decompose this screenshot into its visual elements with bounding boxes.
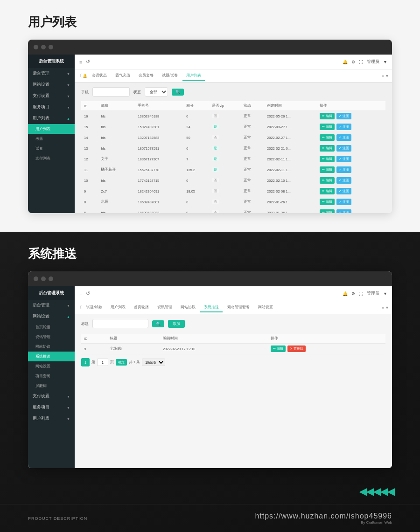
tab-member-status[interactable]: 会员状态 [88,71,111,81]
sidebar2-item-payment[interactable]: 支付设置 ▼ [28,391,75,402]
browser-dot-2 [41,45,46,49]
sidebar2-subitem-carousel[interactable]: 首页轮播 [28,322,75,332]
delete-btn[interactable]: ✓ 注图 [336,166,351,173]
content-area-1: 手机 状态 全部 正常 🔍 ID [75,83,392,213]
tab2-exam[interactable]: 试题/试卷 [83,303,106,312]
edit-btn[interactable]: ✏ 编辑 [320,134,335,141]
tab-collapse[interactable]: ▼ [385,74,389,78]
sidebar2-subitem-packages[interactable]: 项目套餐 [28,371,75,381]
page-input-2[interactable] [97,359,108,366]
arrow-icon-2: ▼ [67,83,70,87]
search-button-1[interactable]: 🔍 [172,89,184,96]
table-row: 8 北辰 18602437001 0 否 正常 2022-01-26 1... … [81,197,385,207]
delete-btn[interactable]: ✓ 注图 [336,177,351,184]
edit-btn[interactable]: ✏ 编辑 [320,199,335,205]
sidebar-item-backend-management[interactable]: 后台管理 ▼ [28,68,75,79]
sidebar-subitem-user-list[interactable]: 用户列表 [28,124,75,134]
edit-btn[interactable]: ✏ 编辑 [320,156,335,162]
sidebar-subitem-exam-questions[interactable]: 考题 [28,134,75,144]
cell-id: 9 [81,186,98,197]
sidebar-item-website-settings[interactable]: 网站设置 ▼ [28,79,75,90]
cell-id: 14 [81,132,98,143]
refresh-icon[interactable]: ↺ [86,59,90,65]
edit-btn[interactable]: ✏ 编辑 [320,166,335,173]
edit-btn[interactable]: ✏ 编辑 [320,209,335,213]
sidebar2-item-users[interactable]: 用户列表 ▼ [28,413,75,424]
page2-jump-label: 第 [91,360,95,365]
edit-btn[interactable]: ✏ 编辑 [320,145,335,152]
table-row: 15 hls 15927492301 24 是 正常 2022-03-27 1.… [81,122,385,132]
status-filter-label: 状态 [133,90,141,95]
sidebar-item-services[interactable]: 服务项目 ▼ [28,102,75,113]
tab-collapse-2[interactable]: ▼ [385,305,389,310]
tab2-news[interactable]: 资讯管理 [154,303,176,312]
tab2-material[interactable]: 素材管理套餐 [224,303,253,312]
edit-btn[interactable]: ✏ 编辑 [320,188,335,194]
page2-1-btn[interactable]: 1 [81,358,90,366]
cell-score: 6 [183,143,209,154]
tab-member-package[interactable]: 会员套餐 [135,71,157,81]
sidebar-item-user-list-parent[interactable]: 用户列表 ▲ [28,113,75,124]
cell-vip: 否 [209,186,240,197]
sidebar2-item-backend[interactable]: 后台管理 ▼ [28,300,75,311]
tab2-carousel[interactable]: 首页轮播 [130,303,153,312]
edit-btn-2[interactable]: ✏ 编辑 [271,345,286,352]
page-confirm-btn-2[interactable]: 确定 [116,359,127,366]
delete-btn[interactable]: ✓ 注图 [336,188,351,194]
tab-prev[interactable]: 《 [77,73,82,79]
cell-vip: 是 [209,143,240,154]
cell-phone: 15575187778 [135,165,183,175]
search-button-2[interactable]: 🔍 [152,320,164,327]
cell-vip: 否 [209,132,240,143]
delete-btn[interactable]: ✓ 注图 [336,113,351,119]
tab-exam[interactable]: 试题/试卷 [158,71,182,81]
menu-icon[interactable]: ≡ [79,59,82,65]
delete-btn[interactable]: ✓ 注图 [336,124,351,130]
cell-score: 0 [183,111,209,122]
cell-status: 正常 [241,197,264,207]
edit-btn[interactable]: ✏ 编辑 [320,124,335,130]
refresh-icon-2[interactable]: ↺ [86,290,90,297]
tab-prev-2[interactable]: 《 [77,304,82,311]
delete-btn[interactable]: ✓ 注图 [336,209,351,213]
sidebar-subitem-payment-list[interactable]: 支付列表 [28,153,75,163]
delete-btn[interactable]: ✓ 注图 [336,156,351,162]
tab-user-list[interactable]: 用户列表 [182,71,205,81]
edit-btn[interactable]: ✏ 编辑 [320,177,335,184]
sidebar-subitem-exam-papers[interactable]: 试卷 [28,144,75,153]
cell-vip: 是 [209,165,240,175]
delete-btn[interactable]: ✓ 注图 [336,199,351,205]
sidebar2-item-services[interactable]: 服务项目 ▼ [28,402,75,413]
tab-next-2[interactable]: » [382,305,384,310]
status-select[interactable]: 全部 正常 [145,87,168,97]
menu-icon-2[interactable]: ≡ [79,291,82,297]
sidebar-item-payment-settings[interactable]: 支付设置 ▼ [28,90,75,102]
cell-email: 文子 [98,154,135,165]
tab2-system-push[interactable]: 系统推送 [200,303,223,312]
sidebar2-subitem-push[interactable]: 系统推送 [28,352,75,361]
tab2-protocol[interactable]: 网站协议 [177,303,199,312]
vip-badge: 是 [212,146,219,150]
tab-recharge[interactable]: 霸气充值 [112,71,134,81]
sidebar2-subitem-news[interactable]: 资讯管理 [28,332,75,342]
del-btn-2[interactable]: ✕ 首删除 [287,345,306,352]
add-button[interactable]: 添加 [168,320,185,328]
tab2-user-list[interactable]: 用户列表 [107,303,129,312]
title-input[interactable] [92,319,148,328]
edit-btn[interactable]: ✏ 编辑 [320,113,335,119]
cell-action: ✏ 编辑 ✓ 注图 [317,165,385,175]
cell-action: ✏ 编辑 ✓ 注图 [317,143,385,154]
tab2-website[interactable]: 网站设置 [254,303,277,312]
delete-btn[interactable]: ✓ 注图 [336,134,351,141]
sidebar2-subitem-blocklist[interactable]: 屏蔽词 [28,381,75,391]
page-size-select-2[interactable]: 10条/页 [142,359,165,366]
phone-input[interactable] [92,87,130,97]
sidebar2-subitem-site-settings[interactable]: 网站设置 [28,361,75,371]
delete-btn[interactable]: ✓ 注图 [336,145,351,152]
sidebar2-item-website[interactable]: 网站设置 ▲ [28,311,75,322]
tab-next[interactable]: » [382,74,384,78]
cell-score: 18.05 [183,186,209,197]
sidebar2-subitem-protocol[interactable]: 网站协议 [28,342,75,352]
admin-label-1: 管理员 [367,59,379,65]
top-bar-right-2: 🔔 ⚙ ⛶ 管理员 ▼ [343,290,387,297]
